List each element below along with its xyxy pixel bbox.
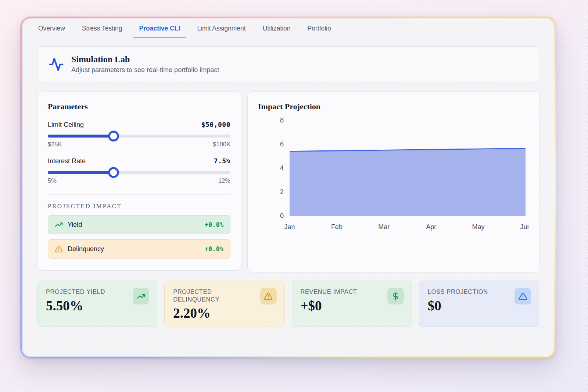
stat-label: PROJECTED YIELD	[46, 288, 126, 296]
projected-yield-stat-card: PROJECTED YIELD 5.50%	[37, 281, 157, 327]
tab-portfolio[interactable]: Portfolio	[302, 19, 337, 38]
tab-label: Limit Assignment	[197, 25, 245, 32]
slider-knob[interactable]	[108, 167, 119, 178]
interest-rate-slider-group: Interest Rate 7.5% 5% 12%	[48, 157, 230, 184]
projected-delinquency-stat-card: PROJECTED DELINQUENCY 2.20%	[164, 281, 284, 327]
divider	[48, 194, 230, 195]
stats-row: PROJECTED YIELD 5.50% PROJECTED DELINQUE…	[37, 281, 539, 327]
chart-area-fill	[290, 148, 526, 216]
parameters-title: Parameters	[48, 102, 230, 111]
warning-icon	[514, 288, 531, 304]
slider-value: $50,000	[201, 121, 230, 128]
slider-knob[interactable]	[108, 131, 119, 142]
y-tick-label: 0	[280, 212, 284, 220]
limit-ceiling-slider-group: Limit Ceiling $50,000 $25K $100K	[48, 121, 230, 148]
tab-overview[interactable]: Overview	[32, 19, 71, 38]
slider-fill	[48, 135, 114, 138]
content-area: Simulation Lab Adjust parameters to see …	[23, 38, 553, 327]
stat-label: LOSS PROJECTION	[428, 288, 508, 296]
parameters-card: Parameters Limit Ceiling $50,000 $25K $1…	[37, 92, 241, 271]
y-tick-label: 4	[280, 164, 284, 172]
y-tick-label: 6	[280, 140, 284, 148]
x-tick-label: Jan	[284, 223, 295, 231]
stat-label: PROJECTED DELINQUENCY	[173, 288, 253, 303]
slider-max-label: 12%	[218, 177, 230, 184]
warning-icon	[55, 245, 63, 253]
banner-title: Simulation Lab	[71, 54, 219, 64]
impact-rows-container: Yield +0.0% Delinquency +0.0%	[48, 215, 230, 259]
y-tick-label: 2	[280, 188, 284, 196]
tab-limit-assignment[interactable]: Limit Assignment	[191, 19, 251, 38]
yield-impact-row: Yield +0.0%	[48, 215, 230, 234]
trending-up-icon	[55, 221, 63, 229]
x-tick-label: Apr	[426, 223, 436, 231]
sliders-container: Limit Ceiling $50,000 $25K $100K Interes…	[48, 121, 230, 184]
activity-pulse-icon	[49, 57, 64, 72]
area-chart-svg: 02468JanFebMarAprMayJun	[258, 114, 529, 251]
tab-label: Portfolio	[308, 25, 331, 32]
impact-label: Delinquency	[68, 245, 200, 253]
tab-label: Stress Testing	[82, 25, 122, 32]
impact-projection-card: Impact Projection 02468JanFebMarAprMayJu…	[247, 92, 540, 272]
chart-title: Impact Projection	[258, 102, 529, 111]
slider-track[interactable]	[48, 171, 230, 174]
tab-label: Overview	[38, 25, 65, 32]
x-tick-label: Mar	[378, 223, 390, 231]
impact-value: +0.0%	[205, 245, 223, 253]
slider-min-label: $25K	[48, 141, 62, 148]
main-row: Parameters Limit Ceiling $50,000 $25K $1…	[37, 92, 539, 272]
impact-label: Yield	[68, 221, 200, 229]
trending-up-icon	[133, 288, 149, 304]
simulation-lab-banner: Simulation Lab Adjust parameters to see …	[37, 46, 539, 82]
tab-label: Proactive CLI	[139, 25, 180, 32]
x-tick-label: May	[472, 223, 485, 231]
delinquency-impact-row: Delinquency +0.0%	[48, 239, 230, 259]
x-tick-label: Feb	[331, 223, 343, 231]
stat-value: 2.20%	[173, 305, 276, 321]
x-tick-label: Jun	[520, 223, 529, 231]
app-window-frame: OverviewStress TestingProactive CLILimit…	[20, 17, 556, 359]
slider-max-label: $100K	[213, 141, 230, 148]
tab-proactive-cli[interactable]: Proactive CLI	[133, 19, 186, 38]
slider-value: 7.5%	[214, 157, 230, 165]
impact-value: +0.0%	[205, 221, 223, 228]
slider-min-label: 5%	[48, 177, 57, 184]
loss-projection-stat-card: LOSS PROJECTION $0	[419, 281, 539, 327]
tab-utilization[interactable]: Utilization	[257, 19, 297, 38]
banner-text: Simulation Lab Adjust parameters to see …	[71, 54, 219, 74]
warning-icon	[260, 288, 277, 304]
y-tick-label: 8	[280, 117, 284, 124]
slider-label: Interest Rate	[48, 157, 86, 165]
stat-label: REVENUE IMPACT	[301, 288, 381, 296]
tab-stress-testing[interactable]: Stress Testing	[76, 19, 128, 38]
tab-bar: OverviewStress TestingProactive CLILimit…	[23, 19, 553, 38]
revenue-impact-stat-card: REVENUE IMPACT +$0	[292, 281, 412, 327]
slider-track[interactable]	[48, 135, 230, 138]
banner-subtitle: Adjust parameters to see real-time portf…	[71, 66, 219, 74]
app-window: OverviewStress TestingProactive CLILimit…	[23, 19, 553, 356]
slider-label: Limit Ceiling	[48, 121, 84, 129]
impact-projection-chart: 02468JanFebMarAprMayJun	[258, 114, 529, 253]
projected-impact-heading: PROJECTED IMPACT	[48, 203, 230, 210]
dollar-icon	[387, 288, 404, 304]
slider-fill	[48, 171, 114, 174]
tab-label: Utilization	[263, 25, 291, 32]
